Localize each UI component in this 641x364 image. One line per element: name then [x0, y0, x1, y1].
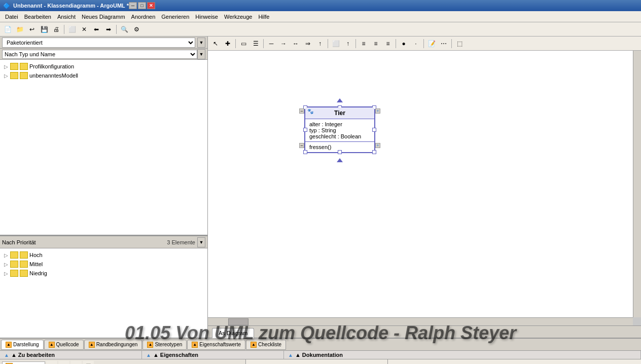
select-button[interactable]: ⬜: [66, 24, 78, 35]
h-scroll-thumb[interactable]: [228, 318, 248, 325]
select-tool[interactable]: ↖: [210, 38, 221, 49]
priority-hoch[interactable]: ▷ Hoch: [2, 250, 205, 260]
print-button[interactable]: 🖨: [51, 24, 62, 35]
tree-panel: ▷ Profilkonfiguration ▷ unbenanntesModel…: [0, 60, 207, 234]
menu-item-hinweise[interactable]: Hinweise: [192, 13, 221, 21]
find-button[interactable]: 🔍: [119, 24, 130, 35]
props-class-selector[interactable]: C Class ▲ ▼: [2, 361, 45, 365]
tab-eigenschaftswerte[interactable]: ▲ Eigenschaftswerte: [187, 340, 245, 350]
top-arrow-icon: [337, 98, 343, 102]
align-h-tool[interactable]: ☰: [250, 38, 261, 49]
properties-panel: ▲ Darstellung ▲ Quellcode ▲ Randbedingun…: [0, 338, 641, 364]
uml-class-box[interactable]: 🐾 Tier − alter : Integer typ : String ge…: [304, 106, 375, 153]
tree-dropdown-btn[interactable]: ▼: [197, 49, 205, 59]
menu-item-ansicht[interactable]: Ansicht: [54, 13, 79, 21]
uml-class-name: 🐾 Tier: [305, 107, 374, 119]
filter-dropdown-btn[interactable]: ▼: [197, 38, 205, 48]
dots-tool[interactable]: ⋯: [438, 38, 449, 49]
tab-darstellung[interactable]: ▲ Darstellung: [1, 340, 44, 350]
dep-tool[interactable]: ⇒: [302, 38, 313, 49]
tree-item-model[interactable]: ▷ unbenanntesModell: [2, 71, 205, 80]
tab-randbedingungen[interactable]: ▲ Randbedingungen: [84, 340, 143, 350]
bottom-arrow-icon: [337, 158, 343, 162]
dot-tool[interactable]: ·: [410, 38, 421, 49]
method-collapse-btn[interactable]: −: [299, 143, 304, 148]
source-btn[interactable]: ↔: [58, 361, 69, 365]
open-button[interactable]: 📁: [14, 24, 25, 35]
attr-line-1: alter : Integer: [309, 121, 370, 127]
rect-tool[interactable]: ▭: [238, 38, 249, 49]
tab-quellcode-icon: ▲: [49, 342, 55, 348]
close-button[interactable]: ✕: [147, 2, 155, 9]
tab-checkliste[interactable]: ▲ Checkliste: [246, 340, 286, 350]
menu-item-anordnen[interactable]: Anordnen: [128, 13, 159, 21]
handle-ml[interactable]: [303, 128, 307, 132]
vertical-scrollbar[interactable]: [633, 51, 641, 317]
tab-eigen-label: Eigenschaftswerte: [199, 342, 241, 347]
settings-button[interactable]: ⚙: [131, 24, 142, 35]
priority-dropdown-btn[interactable]: ▼: [197, 237, 205, 247]
up-tool[interactable]: ↑: [314, 38, 326, 49]
filter-select[interactable]: Paketorientiert: [2, 38, 195, 48]
app-icon: 🔷: [3, 3, 10, 9]
align-right-button[interactable]: ➡: [103, 24, 114, 35]
uml-class-title: Tier: [334, 110, 345, 117]
uml-methods-section: − fressen() +: [305, 142, 374, 152]
handle-mr[interactable]: [372, 128, 376, 132]
expand-hoch: ▷: [4, 252, 10, 258]
menu-item-generieren[interactable]: Generieren: [158, 13, 192, 21]
tab-as-diagram[interactable]: As Diagram: [212, 328, 254, 338]
add-attr-btn[interactable]: +: [375, 108, 380, 114]
add-tool[interactable]: ✚: [222, 38, 233, 49]
ct-sep6: [423, 39, 424, 48]
back-button[interactable]: ↩: [26, 24, 38, 35]
maximize-button[interactable]: □: [138, 2, 146, 9]
folder-niedrig: [10, 270, 18, 277]
menu-item-hilfe[interactable]: Hilfe: [255, 13, 272, 21]
folder-hoch: [10, 251, 18, 259]
folder-mittel: [10, 261, 18, 268]
align-left-button[interactable]: ⬅: [91, 24, 102, 35]
menu-item-bearbeiten[interactable]: Bearbeiten: [21, 13, 54, 21]
expand-tool[interactable]: ↑: [342, 38, 353, 49]
attr-collapse-btn[interactable]: −: [299, 108, 304, 114]
tab-randb-label: Randbedingungen: [96, 342, 138, 347]
tab-stereotypen[interactable]: ▲ Stereotypen: [143, 340, 187, 350]
zu-bearbeiten-label: ▲ Zu bearbeiten: [11, 352, 55, 358]
priority-header: Nach Priorität 3 Elemente ▼: [0, 236, 207, 248]
box-tool[interactable]: ⬜: [330, 38, 341, 49]
canvas-toolbar: ↖ ✚ ▭ ☰ ─ → ↔ ⇒ ↑ ⬜ ↑ ≡ ≡ ≡ ● · 📝 ⋯ ⬚: [208, 37, 641, 51]
list3-tool[interactable]: ≡: [382, 38, 394, 49]
line-tool[interactable]: ─: [266, 38, 277, 49]
arrow-tool[interactable]: →: [278, 38, 289, 49]
bidir-tool[interactable]: ↔: [290, 38, 301, 49]
zu-bearbeiten-icon: ▲: [4, 352, 9, 358]
canvas-area[interactable]: 🐾 Tier − alter : Integer typ : String ge…: [208, 51, 641, 325]
minimize-button[interactable]: ─: [129, 2, 137, 9]
left-panel: Paketorientiert ▼ Nach Typ und Name ▼ ▷ …: [0, 37, 208, 338]
add-method-btn[interactable]: +: [375, 143, 380, 148]
sep1: [64, 25, 64, 34]
ct-sep3: [328, 39, 328, 48]
delete-button[interactable]: ✕: [79, 24, 90, 35]
horizontal-scrollbar[interactable]: [208, 317, 633, 325]
detail-view-btn[interactable]: ☰: [83, 361, 94, 365]
tree-item-profil[interactable]: ▷ Profilkonfiguration: [2, 62, 205, 71]
tree-type-select[interactable]: Nach Typ und Name: [2, 50, 197, 59]
new-button[interactable]: 📄: [2, 24, 13, 35]
menu-item-neues diagramm[interactable]: Neues Diagramm: [79, 13, 128, 21]
list-view-btn[interactable]: ≡: [70, 361, 82, 365]
list2-tool[interactable]: ≡: [370, 38, 381, 49]
border-tool[interactable]: ⬚: [454, 38, 465, 49]
props-headers: ▲ ▲ Zu bearbeiten ▲ ▲ Eigenschaften ▲ ▲ …: [0, 351, 641, 359]
circle-tool[interactable]: ●: [398, 38, 409, 49]
menu-item-werkzeuge[interactable]: Werkzeuge: [221, 13, 255, 21]
priority-mittel[interactable]: ▷ Mittel: [2, 260, 205, 269]
tab-quellcode[interactable]: ▲ Quellcode: [44, 340, 84, 350]
note-tool[interactable]: 📝: [426, 38, 437, 49]
delete-class-btn[interactable]: 🗑: [46, 361, 57, 365]
priority-niedrig[interactable]: ▷ Niedrig: [2, 269, 205, 278]
list1-tool[interactable]: ≡: [358, 38, 369, 49]
save-button[interactable]: 💾: [39, 24, 50, 35]
menu-item-datei[interactable]: Datei: [2, 13, 21, 21]
